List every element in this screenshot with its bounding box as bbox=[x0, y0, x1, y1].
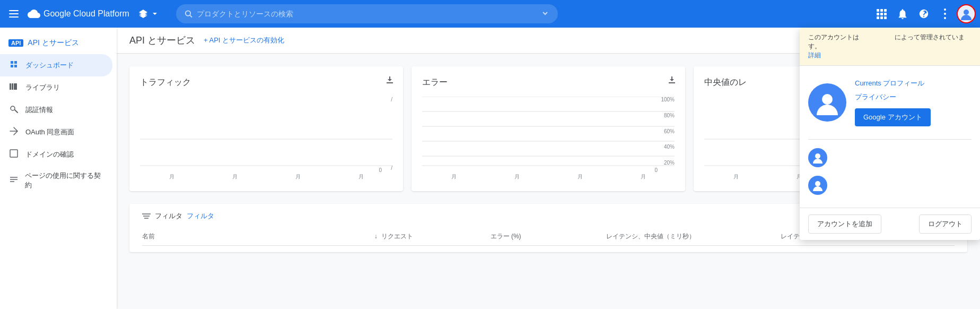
errors-card: エラー bbox=[412, 66, 685, 191]
logout-button[interactable]: ログアウト bbox=[919, 214, 972, 234]
traffic-card-title: トラフィック bbox=[140, 78, 191, 87]
dropdown-main: Currents プロフィール プライバシー Google アカウント bbox=[800, 66, 980, 208]
sort-down-icon: ↓ bbox=[374, 233, 378, 240]
traffic-download-button[interactable] bbox=[385, 75, 395, 87]
sidebar-item-credentials[interactable]: 認証情報 bbox=[0, 99, 112, 121]
svg-rect-9 bbox=[880, 13, 883, 15]
apps-icon-button[interactable] bbox=[872, 4, 891, 23]
download-icon-2 bbox=[667, 75, 677, 84]
domain-icon bbox=[8, 149, 19, 160]
cloud-icon bbox=[28, 7, 40, 20]
errors-x-labels: 月 月 月 月 bbox=[422, 173, 675, 181]
user-avatar-icon bbox=[959, 6, 974, 21]
enable-api-link[interactable]: + API とサービスの有効化 bbox=[204, 36, 284, 45]
col-latency-median: レイテンシ、中央値（ミリ秒） bbox=[606, 232, 780, 241]
svg-rect-10 bbox=[884, 13, 887, 15]
apps-icon bbox=[876, 8, 887, 19]
dropdown-footer: アカウントを追加 ログアウト bbox=[800, 208, 980, 240]
privacy-link[interactable]: プライバシー bbox=[855, 92, 931, 102]
download-icon bbox=[385, 75, 395, 84]
svg-point-15 bbox=[944, 13, 946, 15]
errors-chart-svg bbox=[422, 97, 675, 171]
svg-rect-22 bbox=[12, 83, 13, 90]
account-1-avatar bbox=[808, 148, 827, 167]
main-avatar bbox=[808, 83, 846, 122]
notifications-icon-button[interactable] bbox=[893, 4, 912, 23]
brand-logo: Google Cloud Platform bbox=[28, 7, 129, 20]
notifications-icon bbox=[897, 8, 908, 19]
svg-point-14 bbox=[944, 8, 946, 11]
svg-rect-13 bbox=[884, 16, 887, 19]
notice-text: このアカウントは bbox=[808, 33, 859, 41]
sidebar-item-terms-label: ページの使用に関する契約 bbox=[25, 171, 104, 190]
account-notice: このアカウントは によって管理されています。 詳細 bbox=[800, 28, 980, 66]
errors-card-title: エラー bbox=[422, 78, 448, 87]
errors-download-button[interactable] bbox=[667, 75, 677, 87]
more-vert-icon bbox=[944, 8, 946, 19]
project-icon bbox=[138, 8, 148, 19]
add-account-button[interactable]: アカウントを追加 bbox=[808, 214, 881, 234]
more-icon-button[interactable] bbox=[935, 4, 955, 23]
account-row-2[interactable] bbox=[808, 171, 972, 199]
svg-point-20 bbox=[815, 181, 820, 186]
account-1-avatar-icon bbox=[811, 151, 824, 164]
sidebar-item-oauth-label: OAuth 同意画面 bbox=[25, 127, 74, 137]
google-account-button[interactable]: Google アカウント bbox=[855, 108, 931, 126]
sidebar-item-terms[interactable]: ページの使用に関する契約 bbox=[0, 166, 112, 195]
traffic-x-labels: 月 月 月 月 bbox=[140, 173, 392, 181]
sidebar-item-oauth[interactable]: OAuth 同意画面 bbox=[0, 121, 112, 143]
profile-links: Currents プロフィール プライバシー Google アカウント bbox=[855, 79, 931, 126]
search-input[interactable] bbox=[197, 10, 537, 18]
sidebar: API API とサービス ダッシュボード ライブラリ bbox=[0, 28, 117, 309]
filter-link[interactable]: フィルタ bbox=[187, 211, 214, 221]
account-avatar-button[interactable] bbox=[957, 4, 976, 23]
svg-rect-1 bbox=[9, 13, 19, 14]
sidebar-title: API とサービス bbox=[28, 38, 78, 48]
svg-point-17 bbox=[964, 10, 969, 15]
filter-icon bbox=[142, 213, 151, 219]
svg-point-18 bbox=[822, 94, 833, 105]
sidebar-item-domain[interactable]: ドメインの確認 bbox=[0, 143, 112, 166]
account-2-avatar-icon bbox=[811, 179, 824, 192]
filter-prefix: フィルタ bbox=[155, 211, 182, 221]
search-icon bbox=[185, 10, 192, 18]
profile-row: Currents プロフィール プライバシー Google アカウント bbox=[808, 74, 972, 135]
oauth-icon bbox=[8, 126, 19, 138]
currents-profile-link[interactable]: Currents プロフィール bbox=[855, 79, 931, 88]
help-icon-button[interactable] bbox=[914, 4, 933, 23]
account-row-1[interactable] bbox=[808, 144, 972, 171]
terms-icon bbox=[8, 175, 19, 186]
notice-link[interactable]: 詳細 bbox=[808, 52, 821, 59]
project-selector[interactable] bbox=[134, 6, 163, 21]
hamburger-menu-button[interactable] bbox=[4, 4, 23, 23]
dashboard-icon bbox=[8, 59, 19, 71]
col-errors: エラー (%) bbox=[491, 232, 607, 241]
api-badge: API bbox=[8, 39, 23, 47]
col-requests: ↓ リクエスト bbox=[374, 232, 491, 241]
sidebar-item-domain-label: ドメインの確認 bbox=[25, 150, 74, 159]
latency-card-title: 中央値のレ bbox=[704, 78, 747, 87]
library-icon bbox=[8, 82, 19, 93]
svg-rect-21 bbox=[10, 83, 11, 90]
svg-rect-25 bbox=[10, 150, 18, 157]
top-navigation: Google Cloud Platform bbox=[0, 0, 980, 28]
help-icon bbox=[918, 8, 929, 19]
sidebar-item-library-label: ライブラリ bbox=[25, 83, 60, 92]
nav-left: Google Cloud Platform bbox=[4, 4, 163, 23]
sidebar-item-library[interactable]: ライブラリ bbox=[0, 76, 112, 99]
chevron-down-icon bbox=[151, 10, 159, 18]
divider-1 bbox=[808, 139, 972, 140]
svg-line-4 bbox=[190, 15, 192, 18]
sidebar-item-dashboard-label: ダッシュボード bbox=[25, 61, 74, 70]
svg-rect-5 bbox=[877, 9, 879, 12]
search-bar[interactable] bbox=[176, 4, 558, 23]
main-avatar-icon bbox=[813, 89, 841, 116]
svg-rect-0 bbox=[9, 10, 19, 11]
sidebar-item-dashboard[interactable]: ダッシュボード bbox=[0, 54, 112, 76]
search-expand-icon[interactable] bbox=[541, 9, 549, 19]
svg-rect-23 bbox=[14, 83, 17, 90]
brand-title: Google Cloud Platform bbox=[43, 9, 129, 19]
svg-point-3 bbox=[186, 11, 190, 15]
svg-rect-7 bbox=[884, 9, 887, 12]
svg-rect-6 bbox=[880, 9, 883, 12]
